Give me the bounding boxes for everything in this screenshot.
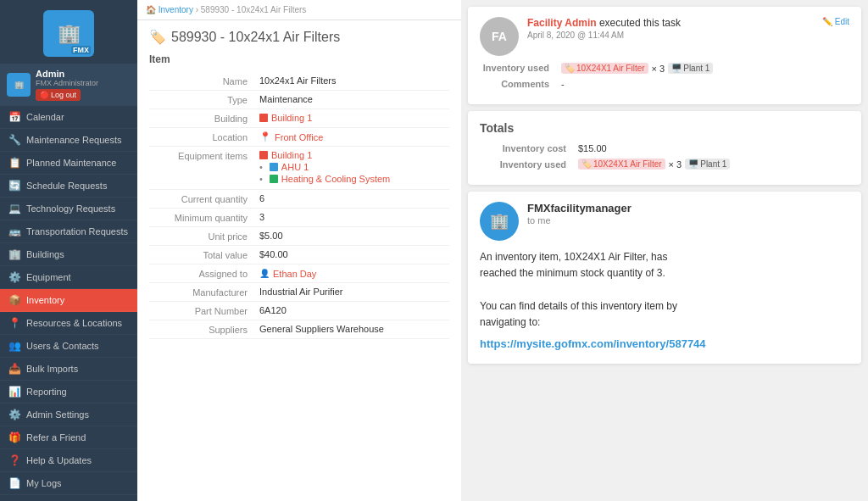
logo-box: 🏢 FMX [43, 10, 94, 57]
chart-icon: 📊 [8, 386, 20, 398]
sidebar: 🏢 FMX 🏢 Admin FMX Administrator 🔴 Log ou… [0, 0, 137, 501]
sidebar-item-planned-maintenance[interactable]: 📋 Planned Maintenance [0, 152, 137, 175]
field-label-equipment: Equipment items [149, 150, 259, 161]
main-content: 🏠 Inventory › 589930 - 10x24x1 Air Filte… [137, 0, 461, 501]
field-label-assigned-to: Assigned to [149, 268, 259, 279]
sidebar-item-label: Users & Contacts [26, 341, 99, 351]
sidebar-item-help-updates[interactable]: ❓ Help & Updates [0, 449, 137, 472]
executor-name: Facility Admin [527, 17, 597, 29]
totals-inv-label: Inventory used [480, 159, 573, 170]
email-to: to me [527, 215, 632, 225]
detail-row-current-qty: Current quantity 6 [149, 190, 449, 209]
assigned-person-link[interactable]: Ethan Day [273, 269, 316, 279]
email-body-line1: An inventory item, 10X24X1 Air Filter, h… [480, 249, 849, 281]
totals-cost-row: Inventory cost $15.00 [480, 143, 849, 153]
task-info: Facility Admin executed this task April … [527, 17, 814, 40]
sidebar-item-equipment[interactable]: ⚙️ Equipment [0, 266, 137, 289]
equip-link-hcs[interactable]: Heating & Cooling System [281, 174, 390, 184]
equip-item-building1: Building 1 [259, 150, 449, 160]
detail-row-type: Type Maintenance [149, 91, 449, 109]
totals-plant-tag: 🖥️ Plant 1 [685, 159, 730, 170]
breadcrumb-icon: 🏠 [146, 5, 156, 14]
detail-row-unit-price: Unit price $5.00 [149, 227, 449, 246]
equip-item-ahu1: • AHU 1 [259, 162, 449, 172]
email-inventory-link[interactable]: https://mysite.gofmx.com/inventory/58774… [480, 336, 849, 353]
bullet-icon-2: • [259, 174, 263, 184]
sidebar-item-bulk-imports[interactable]: 📥 Bulk Imports [0, 358, 137, 381]
task-inventory-label: Inventory used [480, 63, 556, 73]
field-value-suppliers: General Suppliers Warehouse [259, 324, 449, 334]
sidebar-item-transportation-requests[interactable]: 🚌 Transportation Requests [0, 220, 137, 243]
field-value-part-number: 6A120 [259, 305, 449, 315]
users-icon: 👥 [8, 340, 20, 352]
plant-icon: 🖥️ [671, 64, 682, 73]
detail-row-building: Building Building 1 [149, 109, 449, 128]
field-label-current-qty: Current quantity [149, 193, 259, 204]
sidebar-item-admin-settings[interactable]: ⚙️ Admin Settings [0, 404, 137, 426]
field-label-suppliers: Suppliers [149, 324, 259, 335]
sidebar-item-schedule-requests[interactable]: 🔄 Schedule Requests [0, 175, 137, 198]
sidebar-item-calendar[interactable]: 📅 Calendar [0, 106, 137, 129]
sidebar-item-refer-friend[interactable]: 🎁 Refer a Friend [0, 426, 137, 449]
sidebar-item-label: My Logs [26, 478, 62, 488]
equip-color-icon-red [259, 151, 268, 159]
task-inventory-used-row: Inventory used 🏷️ 10X24X1 Air Filter × 3… [480, 63, 849, 74]
totals-cost-label: Inventory cost [480, 143, 573, 153]
logs-icon: 📄 [8, 477, 20, 489]
detail-title-text: 589930 - 10x24x1 Air Filters [171, 30, 340, 45]
sidebar-item-reporting[interactable]: 📊 Reporting [0, 381, 137, 404]
sidebar-item-users-contacts[interactable]: 👥 Users & Contacts [0, 335, 137, 358]
email-body-line2: You can find details of this inventory i… [480, 298, 849, 331]
user-name: Admin [36, 69, 131, 79]
totals-title: Totals [480, 121, 849, 135]
logout-button[interactable]: 🔴 Log out [36, 89, 81, 101]
totals-inv-icon: 🏷️ [581, 159, 592, 169]
detail-row-equipment: Equipment items Building 1 • AHU 1 • Hea… [149, 147, 449, 190]
equip-link-ahu1[interactable]: AHU 1 [281, 162, 309, 172]
detail-title: 🏷️ 589930 - 10x24x1 Air Filters [149, 29, 449, 45]
sidebar-item-buildings[interactable]: 🏢 Buildings [0, 243, 137, 266]
location-link[interactable]: Front Office [275, 132, 323, 142]
detail-container: 🏷️ 589930 - 10x24x1 Air Filters Item Nam… [137, 20, 461, 501]
building-color-icon [259, 114, 268, 122]
task-comments-row: Comments - [480, 79, 849, 89]
field-value-assigned-to: 👤 Ethan Day [259, 268, 449, 279]
computer-icon: 💻 [8, 203, 20, 214]
detail-row-part-number: Part Number 6A120 [149, 302, 449, 320]
equip-color-icon-green [270, 175, 278, 183]
sidebar-item-resources-locations[interactable]: 📍 Resources & Locations [0, 312, 137, 335]
sidebar-item-inventory[interactable]: 📦 Inventory [0, 289, 137, 312]
bullet-icon: • [259, 162, 263, 172]
totals-plant-icon: 🖥️ [688, 159, 698, 169]
edit-link[interactable]: ✏️ Edit [822, 17, 849, 26]
field-label-min-qty: Minimum quantity [149, 212, 259, 223]
totals-cost-value: $15.00 [578, 143, 849, 153]
detail-title-icon: 🏷️ [149, 29, 166, 45]
field-value-name: 10x24x1 Air Filters [259, 75, 449, 86]
sidebar-logo: 🏢 FMX [0, 0, 137, 64]
sidebar-item-technology-requests[interactable]: 💻 Technology Requests [0, 198, 137, 220]
help-icon: ❓ [8, 454, 20, 466]
email-sender-info: FMXfacilitymanager to me [527, 202, 632, 225]
avatar-icon: 🏢 [14, 81, 24, 89]
breadcrumb-inventory[interactable]: Inventory [159, 5, 196, 14]
email-body: An inventory item, 10X24X1 Air Filter, h… [480, 249, 849, 353]
inv-qty: × 3 [652, 64, 665, 74]
building-link[interactable]: Building 1 [271, 113, 312, 123]
sidebar-item-label: Schedule Requests [26, 181, 107, 191]
field-label-part-number: Part Number [149, 305, 259, 316]
email-avatar: 🏢 [480, 202, 519, 241]
detail-row-suppliers: Suppliers General Suppliers Warehouse [149, 320, 449, 339]
settings-icon: ⚙️ [8, 409, 20, 420]
location-icon: 📍 [8, 317, 20, 329]
sidebar-item-label: Admin Settings [26, 409, 89, 420]
sidebar-item-my-logs[interactable]: 📄 My Logs [0, 472, 137, 495]
task-date: April 8, 2020 @ 11:44 AM [527, 31, 814, 40]
sidebar-item-label: Buildings [26, 249, 64, 259]
equip-link-building1[interactable]: Building 1 [271, 150, 312, 160]
sidebar-item-maintenance-requests[interactable]: 🔧 Maintenance Requests [0, 129, 137, 152]
equip-item-hcs: • Heating & Cooling System [259, 174, 449, 184]
detail-row-manufacturer: Manufacturer Industrial Air Purifier [149, 283, 449, 302]
inventory-icon: 📦 [8, 294, 20, 306]
inv-icon: 🏷️ [565, 64, 575, 73]
